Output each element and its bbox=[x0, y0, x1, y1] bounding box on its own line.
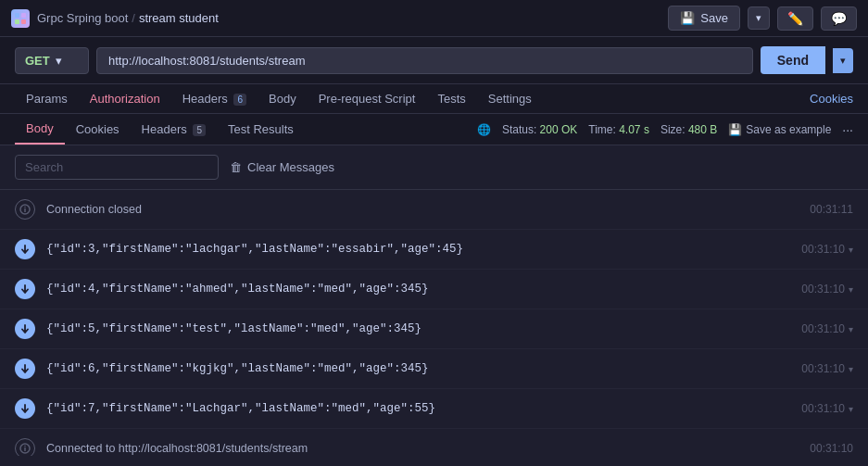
search-input[interactable] bbox=[15, 155, 219, 180]
incoming-icon bbox=[15, 398, 35, 419]
app-icon bbox=[11, 9, 30, 28]
response-tabs: Body Cookies Headers 5 Test Results 🌐 St… bbox=[0, 114, 868, 145]
svg-rect-0 bbox=[15, 13, 19, 18]
tab-tests[interactable]: Tests bbox=[426, 84, 476, 113]
edit-button[interactable]: ✏️ bbox=[777, 6, 813, 31]
tab-body[interactable]: Body bbox=[258, 84, 308, 113]
breadcrumb: Grpc Srping boot / stream student bbox=[37, 11, 219, 25]
tab-settings-label: Settings bbox=[488, 92, 532, 106]
messages-list: Connection closed00:31:11{"id":3,"firstN… bbox=[0, 190, 868, 456]
save-dropdown-button[interactable]: ▾ bbox=[748, 6, 770, 30]
message-controls: 🗑 Clear Messages bbox=[0, 145, 868, 190]
method-chevron-icon: ▾ bbox=[56, 54, 62, 68]
message-content: {"id":7,"firstName":"Lachgar","lastName"… bbox=[46, 402, 790, 415]
breadcrumb-separator: / bbox=[132, 11, 135, 25]
message-time: 00:31:11 bbox=[810, 203, 853, 216]
url-bar: GET ▾ Send ▾ bbox=[0, 37, 868, 84]
svg-rect-3 bbox=[21, 19, 26, 24]
request-tabs: Params Authorization Headers 6 Body Pre-… bbox=[0, 84, 868, 114]
save-label: Save bbox=[700, 11, 728, 25]
message-content: Connection closed bbox=[46, 203, 799, 216]
more-options-button[interactable]: ··· bbox=[842, 122, 853, 137]
tab-params[interactable]: Params bbox=[15, 84, 79, 113]
res-tab-headers-label: Headers bbox=[142, 122, 187, 136]
res-tab-body[interactable]: Body bbox=[15, 114, 65, 145]
tab-prerequest[interactable]: Pre-request Script bbox=[308, 84, 427, 113]
message-time: 00:31:10▾ bbox=[801, 283, 853, 296]
method-select[interactable]: GET ▾ bbox=[15, 47, 89, 74]
message-content: Connected to http://localhost:8081/stude… bbox=[46, 442, 799, 455]
size-label: Size: 480 B bbox=[660, 123, 717, 136]
message-row[interactable]: {"id":5,"firstName":"test","lastName":"m… bbox=[0, 309, 868, 349]
message-row[interactable]: Connected to http://localhost:8081/stude… bbox=[0, 429, 868, 456]
message-time: 00:31:10▾ bbox=[801, 362, 853, 375]
incoming-icon bbox=[15, 359, 35, 379]
message-time: 00:31:10 bbox=[810, 442, 853, 455]
send-button[interactable]: Send bbox=[761, 46, 825, 74]
save-button[interactable]: 💾 Save bbox=[668, 6, 740, 31]
message-content: {"id":5,"firstName":"test","lastName":"m… bbox=[46, 322, 790, 335]
message-row[interactable]: {"id":6,"firstName":"kgjkg","lastName":"… bbox=[0, 349, 868, 389]
size-value: 480 B bbox=[688, 123, 717, 136]
res-tab-cookies[interactable]: Cookies bbox=[65, 115, 131, 144]
globe-icon: 🌐 bbox=[477, 123, 491, 136]
res-tab-cookies-label: Cookies bbox=[76, 122, 120, 136]
tab-params-label: Params bbox=[26, 92, 68, 106]
svg-rect-1 bbox=[21, 13, 26, 18]
header-bar: Grpc Srping boot / stream student 💾 Save… bbox=[0, 0, 868, 37]
res-tab-test-results-label: Test Results bbox=[228, 122, 294, 136]
tab-settings[interactable]: Settings bbox=[477, 84, 543, 113]
message-time: 00:31:10▾ bbox=[801, 322, 853, 335]
chevron-down-icon: ▾ bbox=[849, 404, 853, 414]
res-tab-headers[interactable]: Headers 5 bbox=[131, 115, 217, 144]
headers-badge: 6 bbox=[233, 94, 246, 106]
message-row[interactable]: {"id":3,"firstName":"lachgar","lastName"… bbox=[0, 230, 868, 270]
incoming-icon bbox=[15, 239, 35, 259]
comment-button[interactable]: 💬 bbox=[821, 6, 857, 31]
info-icon bbox=[15, 438, 35, 456]
url-input[interactable] bbox=[96, 47, 753, 74]
message-content: {"id":4,"firstName":"ahmed","lastName":"… bbox=[46, 283, 790, 296]
save-example-icon: 💾 bbox=[728, 123, 742, 136]
response-section: Body Cookies Headers 5 Test Results 🌐 St… bbox=[0, 114, 868, 456]
breadcrumb-parent: Grpc Srping boot bbox=[37, 11, 128, 25]
chevron-down-icon: ▾ bbox=[849, 245, 853, 255]
edit-icon: ✏️ bbox=[787, 11, 803, 26]
status-value: 200 OK bbox=[540, 123, 578, 136]
message-row[interactable]: {"id":4,"firstName":"ahmed","lastName":"… bbox=[0, 270, 868, 309]
tab-tests-label: Tests bbox=[437, 92, 465, 106]
cookies-link[interactable]: Cookies bbox=[810, 92, 853, 106]
save-example-button[interactable]: 💾 Save as example bbox=[728, 123, 831, 136]
time-value: 4.07 s bbox=[619, 123, 649, 136]
tab-prerequest-label: Pre-request Script bbox=[319, 92, 416, 106]
trash-icon: 🗑 bbox=[230, 160, 242, 174]
info-icon bbox=[15, 199, 35, 220]
svg-point-6 bbox=[24, 207, 26, 208]
header-actions: 💾 Save ▾ ✏️ 💬 bbox=[668, 6, 857, 31]
chevron-down-icon: ▾ bbox=[849, 284, 853, 295]
message-row[interactable]: Connection closed00:31:11 bbox=[0, 190, 868, 230]
res-headers-badge: 5 bbox=[193, 124, 206, 136]
save-example-label: Save as example bbox=[746, 123, 831, 136]
message-content: {"id":3,"firstName":"lachgar","lastName"… bbox=[46, 243, 790, 256]
clear-messages-button[interactable]: 🗑 Clear Messages bbox=[230, 160, 334, 174]
status-label: Status: 200 OK bbox=[502, 123, 577, 136]
comment-icon: 💬 bbox=[831, 11, 847, 26]
tab-authorization-label: Authorization bbox=[90, 92, 160, 106]
res-tab-body-label: Body bbox=[26, 121, 54, 135]
tab-body-label: Body bbox=[269, 92, 296, 106]
res-tab-test-results[interactable]: Test Results bbox=[217, 115, 305, 144]
time-label: Time: 4.07 s bbox=[588, 123, 649, 136]
message-row[interactable]: {"id":7,"firstName":"Lachgar","lastName"… bbox=[0, 389, 868, 429]
svg-rect-2 bbox=[15, 19, 19, 24]
tab-authorization[interactable]: Authorization bbox=[79, 84, 171, 113]
save-icon: 💾 bbox=[680, 11, 695, 25]
message-time: 00:31:10▾ bbox=[801, 243, 853, 256]
tab-headers[interactable]: Headers 6 bbox=[171, 84, 258, 113]
send-dropdown-button[interactable]: ▾ bbox=[833, 48, 853, 73]
response-meta: 🌐 Status: 200 OK Time: 4.07 s Size: 480 … bbox=[477, 122, 853, 137]
clear-messages-label: Clear Messages bbox=[247, 160, 334, 174]
svg-point-9 bbox=[24, 446, 26, 447]
incoming-icon bbox=[15, 279, 35, 299]
method-label: GET bbox=[25, 54, 50, 68]
